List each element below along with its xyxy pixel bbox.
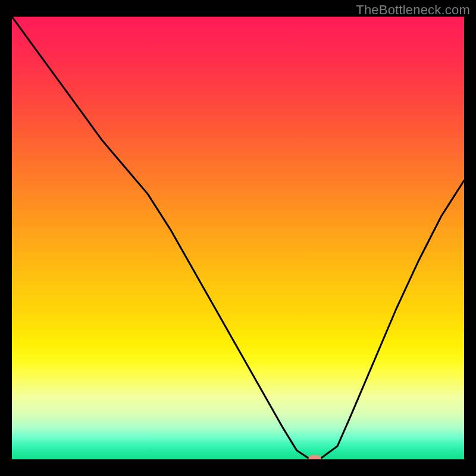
watermark-text: TheBottleneck.com xyxy=(356,2,470,18)
bottleneck-curve xyxy=(12,17,464,459)
plot-area xyxy=(12,17,464,459)
chart-frame: TheBottleneck.com xyxy=(0,0,476,476)
curve-path xyxy=(12,17,464,459)
current-config-marker xyxy=(308,455,321,459)
